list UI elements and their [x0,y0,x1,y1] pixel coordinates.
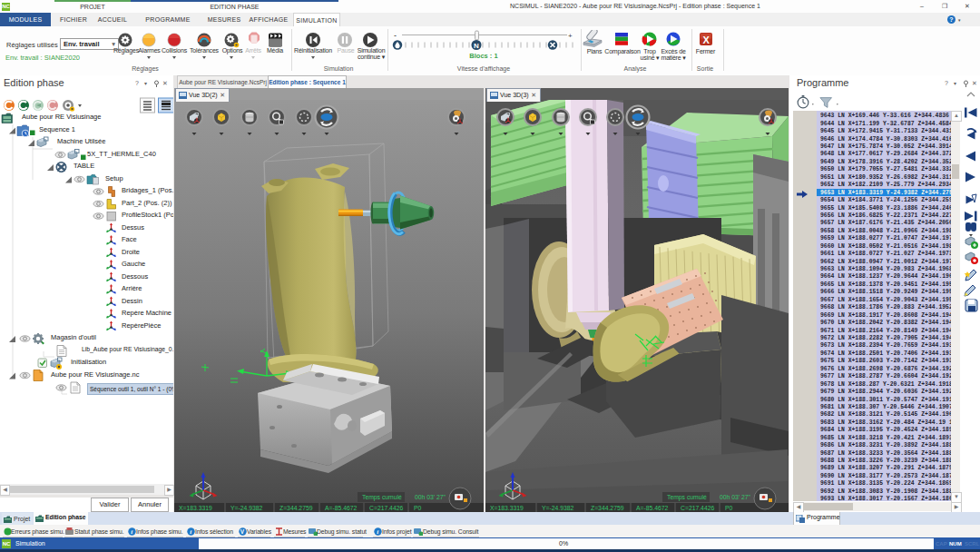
svg-text:i: i [377,528,378,536]
svg-text:+: + [568,32,573,40]
svg-text:N: N [474,42,479,50]
svg-text:-: - [394,31,397,40]
svg-text:X=183.3319: X=183.3319 [179,505,212,511]
svg-text:X=183.3319: X=183.3319 [490,505,524,511]
svg-text:A=-85.4672: A=-85.4672 [636,505,669,511]
svg-text:C=217.4426: C=217.4426 [369,505,403,511]
svg-text:Temps cumulé: Temps cumulé [362,494,402,501]
svg-text:P0: P0 [725,505,733,511]
svg-text:C=217.4426: C=217.4426 [681,505,714,511]
svg-text:A=-85.4672: A=-85.4672 [325,505,358,511]
svg-text:i: i [131,528,132,536]
svg-text:V: V [240,528,245,535]
svg-text:i: i [190,528,191,536]
svg-text:P0: P0 [414,505,422,511]
svg-text:Y=-24.9382: Y=-24.9382 [230,505,263,511]
svg-text:Y=-24.9382: Y=-24.9382 [542,505,574,511]
svg-text:00h 03' 27": 00h 03' 27" [720,494,751,500]
svg-text:Temps cumulé: Temps cumulé [667,494,707,501]
svg-text:X: X [703,34,710,45]
svg-text:00h 03' 27": 00h 03' 27" [415,494,446,500]
svg-text:Z=344.2759: Z=344.2759 [279,505,313,511]
svg-text:Z=344.2759: Z=344.2759 [591,505,624,511]
